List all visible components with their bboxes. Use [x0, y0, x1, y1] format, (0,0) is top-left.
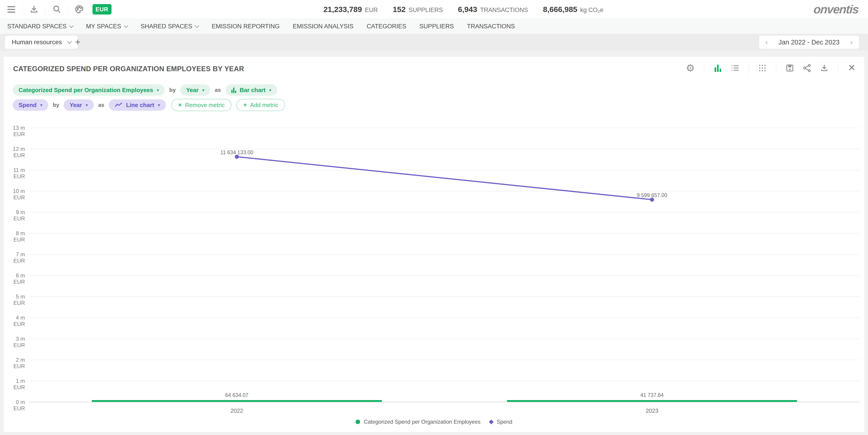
kpi-stat: 152SUPPLIERS	[393, 5, 443, 14]
kpi-stat: 6,943TRANSACTIONS	[458, 5, 528, 14]
bar-chart-icon	[231, 87, 236, 93]
kpi-stat: 8,666,985kg CO₂e	[543, 5, 603, 14]
remove-metric-label: Remove metric	[185, 102, 225, 109]
metric2-field-pill[interactable]: Spend ▾	[13, 99, 48, 111]
line-path	[237, 157, 652, 200]
nav-item-label: STANDARD SPACES	[7, 23, 67, 30]
currency-cell: EUR	[91, 0, 113, 19]
menu-button[interactable]	[0, 0, 23, 19]
by-connector: by	[169, 87, 176, 93]
metric1-charttype-label: Bar chart	[240, 87, 266, 94]
nav-item-standard-spaces[interactable]: STANDARD SPACES	[7, 23, 73, 30]
nav-item-categories[interactable]: CATEGORIES	[367, 23, 406, 30]
nav-item-label: SUPPLIERS	[420, 23, 454, 30]
close-widget-button[interactable]: ×	[847, 63, 857, 73]
metric1-dimension-label: Year	[186, 87, 198, 94]
kpi-value: 8,666,985	[543, 5, 577, 14]
legend-item[interactable]: Categorized Spend per Organization Emplo…	[355, 419, 480, 425]
grid-dots-icon	[758, 63, 767, 72]
workspace-tabrow: Human resources + ‹ Jan 2022 - Dec 2023 …	[0, 34, 868, 51]
chart-legend: Categorized Spend per Organization Emplo…	[4, 419, 864, 425]
line-value-label: 11 634 133.00	[189, 149, 284, 155]
hamburger-icon	[7, 6, 15, 13]
kpi-unit: TRANSACTIONS	[480, 7, 528, 13]
metric1-field-label: Categorized Spend per Organization Emplo…	[19, 87, 153, 94]
theme-button[interactable]	[68, 0, 90, 19]
caret-down-icon: ▾	[40, 103, 42, 108]
as-connector: as	[215, 87, 221, 93]
export-button[interactable]	[819, 63, 829, 73]
nav-item-suppliers[interactable]: SUPPLIERS	[420, 23, 454, 30]
close-icon: ×	[848, 61, 855, 74]
bar-chart-icon	[715, 64, 721, 72]
download-button[interactable]	[23, 0, 45, 19]
nav-item-label: EMISSION REPORTING	[212, 23, 280, 30]
date-range-picker[interactable]: ‹ Jan 2022 - Dec 2023 ›	[759, 36, 859, 49]
download-icon	[29, 4, 39, 14]
legend-circle-swatch	[355, 419, 360, 424]
metric1-field-pill[interactable]: Categorized Spend per Organization Emplo…	[13, 84, 165, 96]
legend-item[interactable]: Spend	[490, 419, 512, 425]
metric2-field-label: Spend	[19, 102, 36, 109]
metric1-charttype-pill[interactable]: Bar chart ▾	[225, 84, 277, 96]
nav-item-emission-reporting[interactable]: EMISSION REPORTING	[212, 23, 280, 30]
topbar-icon-group: EUR	[0, 0, 113, 19]
metric2-charttype-label: Line chart	[126, 102, 154, 109]
grid-view-button[interactable]	[757, 63, 767, 73]
metric1-builder-row: Categorized Spend per Organization Emplo…	[13, 84, 277, 96]
chevron-down-icon	[69, 23, 74, 28]
download-icon	[820, 63, 829, 72]
kpi-value: 152	[393, 5, 406, 14]
settings-button[interactable]: ⚙	[685, 63, 695, 73]
remove-metric-button[interactable]: × Remove metric	[171, 99, 231, 111]
prev-period-button[interactable]: ‹	[765, 38, 768, 47]
legend-label: Categorized Spend per Organization Emplo…	[364, 419, 480, 425]
onventis-logo: onventis	[813, 2, 859, 16]
kpi-unit: EUR	[365, 7, 378, 13]
add-metric-button[interactable]: + Add metric	[237, 99, 285, 111]
chart-view-button[interactable]	[713, 63, 723, 73]
nav-item-transactions[interactable]: TRANSACTIONS	[467, 23, 515, 30]
caret-down-icon: ▾	[157, 88, 159, 92]
page: EUR 21,233,789EUR152SUPPLIERS6,943TRANSA…	[0, 0, 868, 435]
nav-item-label: EMISSION ANALYSIS	[293, 23, 353, 30]
widget-title: CATEGORIZED SPEND PER ORGANIZATION EMPLO…	[13, 65, 244, 73]
kpi-value: 21,233,789	[323, 5, 362, 14]
kpi-stat: 21,233,789EUR	[323, 5, 378, 14]
metric2-dimension-label: Year	[69, 102, 82, 109]
legend-label: Spend	[497, 419, 512, 425]
next-period-button[interactable]: ›	[850, 38, 853, 47]
gear-icon: ⚙	[686, 63, 694, 73]
date-range-label: Jan 2022 - Dec 2023	[778, 38, 839, 46]
nav-item-label: TRANSACTIONS	[467, 23, 515, 30]
divider	[776, 62, 776, 75]
tab-human-resources[interactable]: Human resources	[5, 36, 78, 49]
nav-item-label: CATEGORIES	[367, 23, 406, 30]
nav-item-shared-spaces[interactable]: SHARED SPACES	[141, 23, 199, 30]
widget-card: CATEGORIZED SPEND PER ORGANIZATION EMPLO…	[4, 57, 864, 432]
palette-icon	[74, 4, 84, 14]
caret-down-icon: ▾	[269, 88, 272, 92]
metric2-dimension-pill[interactable]: Year ▾	[64, 99, 94, 111]
currency-badge[interactable]: EUR	[92, 4, 112, 14]
search-button[interactable]	[45, 0, 68, 19]
plus-icon: +	[243, 102, 247, 109]
nav-item-label: MY SPACES	[86, 23, 121, 30]
kpi-stats: 21,233,789EUR152SUPPLIERS6,943TRANSACTIO…	[323, 5, 603, 14]
kpi-unit: SUPPLIERS	[409, 7, 443, 13]
list-view-button[interactable]	[730, 63, 740, 73]
caret-down-icon: ▾	[202, 88, 205, 92]
metric1-dimension-pill[interactable]: Year ▾	[180, 84, 210, 96]
list-icon	[731, 63, 740, 72]
remove-x-icon: ×	[178, 102, 182, 109]
topbar: EUR 21,233,789EUR152SUPPLIERS6,943TRANSA…	[0, 0, 868, 19]
share-button[interactable]	[802, 63, 812, 73]
legend-diamond-swatch	[489, 419, 494, 424]
kpi-unit: kg CO₂e	[580, 7, 603, 13]
nav-item-my-spaces[interactable]: MY SPACES	[86, 23, 128, 30]
nav-item-emission-analysis[interactable]: EMISSION ANALYSIS	[293, 23, 353, 30]
save-button[interactable]	[785, 63, 795, 73]
kpi-value: 6,943	[458, 5, 477, 14]
metric2-charttype-pill[interactable]: Line chart ▾	[109, 99, 166, 111]
add-tab-button[interactable]: +	[72, 36, 84, 49]
